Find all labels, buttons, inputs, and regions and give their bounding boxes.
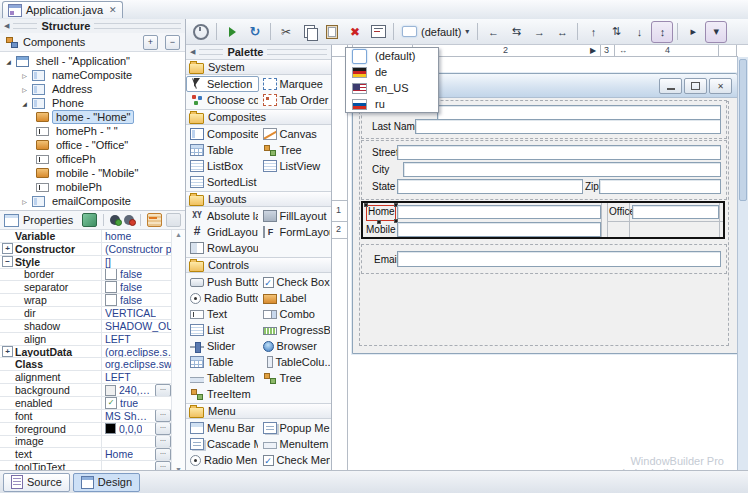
expand-icon[interactable]: +	[2, 346, 13, 357]
last-name-label[interactable]: Last Name	[372, 121, 420, 133]
ellipsis-button[interactable]: ...	[155, 436, 171, 448]
checkbox-unchecked-icon[interactable]	[105, 281, 117, 293]
home-label[interactable]: Home	[368, 206, 395, 218]
paste-button[interactable]	[321, 21, 343, 43]
locale-menu-item-default[interactable]: (default)	[346, 48, 438, 64]
palette-item-formlayout[interactable]: FormLayout	[259, 224, 332, 240]
goto-source-button[interactable]	[221, 21, 243, 43]
horizontal-size-button[interactable]: ▸	[682, 21, 704, 43]
palette-item-check-box[interactable]: Check Box	[259, 274, 332, 290]
tree-item-mobileph[interactable]: mobilePh	[0, 180, 185, 194]
ellipsis-button[interactable]: ...	[155, 423, 171, 435]
office-phone-field[interactable]	[632, 205, 719, 219]
palette-item-tree[interactable]: Tree	[259, 142, 332, 158]
expand-all-button[interactable]: +	[143, 35, 158, 50]
cut-button[interactable]: ✂	[275, 21, 297, 43]
tree-item-shell[interactable]: ◢ shell - "Application"	[0, 54, 185, 68]
property-row-alignment[interactable]: alignment LEFT	[0, 371, 185, 384]
palette-item-marquee[interactable]: Marquee	[259, 76, 332, 92]
locale-menu-item-ru[interactable]: ru	[346, 96, 438, 112]
home-label-selected[interactable]: Home	[366, 205, 396, 221]
copy-button[interactable]	[298, 21, 320, 43]
mobile-label[interactable]: Mobile	[366, 224, 395, 236]
twist-closed-icon[interactable]: ▷	[20, 86, 29, 93]
twist-open-icon[interactable]: ◢	[4, 58, 13, 65]
palette-item-label[interactable]: Label	[259, 290, 332, 306]
selection-handle-nw[interactable]	[364, 203, 368, 207]
minimize-icon[interactable]	[659, 78, 682, 94]
close-icon[interactable]: ✕	[109, 5, 117, 15]
palette-item-popup-menu[interactable]: Popup Menu	[259, 420, 332, 436]
checkbox-unchecked-icon[interactable]	[105, 294, 117, 306]
collapse-left-icon[interactable]: ◀	[190, 48, 195, 56]
palette-item-selection[interactable]: Selection	[186, 76, 259, 92]
property-row-style[interactable]: −Style []	[0, 256, 185, 269]
palette-item-radio-menuitem[interactable]: Radio Men...	[186, 452, 259, 468]
restore-defaults-icon[interactable]	[166, 213, 181, 227]
email-label[interactable]: Email	[374, 254, 399, 266]
property-row-border[interactable]: border false	[0, 269, 185, 282]
property-row-font[interactable]: font MS Shell Dlg 9 ...	[0, 410, 185, 423]
property-row-align[interactable]: align LEFT	[0, 333, 185, 346]
properties-scrollbar[interactable]: ▲ ▼	[171, 230, 185, 474]
state-label[interactable]: State	[372, 181, 395, 193]
tree-item-emailcomposite[interactable]: ▷ emailComposite	[0, 194, 185, 208]
palette-item-table[interactable]: Table	[186, 142, 259, 158]
palette-item-gridlayout[interactable]: GridLayout	[186, 224, 259, 240]
palette-item-listview[interactable]: ListView	[259, 158, 332, 174]
fill-horizontal-button[interactable]: ↔	[551, 21, 573, 43]
palette-item-slider[interactable]: Slider	[186, 338, 259, 354]
twist-closed-icon[interactable]: ▷	[20, 72, 29, 79]
palette-item-list[interactable]: List	[186, 322, 259, 338]
center-vertical-button[interactable]: ⇅	[605, 21, 627, 43]
zip-label[interactable]: Zip	[585, 181, 599, 193]
property-row-separator[interactable]: separator false	[0, 281, 185, 294]
palette-item-check-menuitem[interactable]: Check Men...	[259, 452, 332, 468]
palette-item-radio-button[interactable]: Radio Button	[186, 290, 259, 306]
palette-item-treeitem[interactable]: TreeItem	[186, 386, 259, 402]
vertical-scrollbar[interactable]	[737, 57, 748, 470]
tree-item-home[interactable]: home - "Home"	[0, 110, 185, 124]
test-button[interactable]	[190, 21, 212, 43]
property-row-background[interactable]: background 240,240,240 ...	[0, 384, 185, 397]
tree-item-officeph[interactable]: officePh	[0, 152, 185, 166]
refresh-button[interactable]: ↻	[244, 21, 266, 43]
align-bottom-button[interactable]: ↓	[628, 21, 650, 43]
delete-button[interactable]: ✖	[344, 21, 366, 43]
palette-item-cascade-menu[interactable]: Cascade M...	[186, 436, 259, 452]
scrollbar-thumb[interactable]	[739, 59, 747, 201]
goto-definition-icon[interactable]	[124, 215, 134, 225]
city-field[interactable]	[403, 162, 721, 177]
palette-item-listbox[interactable]: ListBox	[186, 158, 259, 174]
close-icon[interactable]: ✕	[709, 78, 732, 94]
design-canvas[interactable]: ✕ Last Name Street City State Zip	[348, 57, 738, 470]
palette-section-composites[interactable]: Composites	[186, 109, 331, 125]
ellipsis-button[interactable]: ...	[155, 448, 171, 460]
center-horizontal-button[interactable]: ⇆	[505, 21, 527, 43]
align-left-button[interactable]: ←	[482, 21, 504, 43]
align-right-button[interactable]: →	[528, 21, 550, 43]
tree-item-namecomposite[interactable]: ▷ nameComposite	[0, 68, 185, 82]
palette-item-canvas[interactable]: Canvas	[259, 126, 332, 142]
palette-item-menuitem[interactable]: MenuItem	[259, 436, 332, 452]
tree-item-office[interactable]: office - "Office"	[0, 138, 185, 152]
vertical-size-button[interactable]: ▾	[705, 21, 727, 43]
zip-field[interactable]	[599, 179, 721, 194]
property-row-shadow[interactable]: shadow SHADOW_OUT	[0, 320, 185, 333]
preview-window[interactable]: ✕ Last Name Street City State Zip	[352, 73, 738, 354]
palette-item-tablecolumn[interactable]: TableColu...	[259, 354, 332, 370]
palette-section-system[interactable]: System	[186, 59, 331, 75]
locale-menu-item-de[interactable]: de	[346, 64, 438, 80]
ellipsis-button[interactable]: ...	[155, 384, 171, 396]
street-label[interactable]: Street	[372, 147, 399, 159]
home-phone-field[interactable]	[397, 205, 601, 219]
property-row-layoutdata[interactable]: +LayoutData (org.eclipse.swt.layo...	[0, 346, 185, 359]
palette-item-tab-order[interactable]: Tab Order	[259, 92, 332, 108]
palette-item-tableitem[interactable]: TableItem	[186, 370, 259, 386]
collapse-left-icon[interactable]: ◀	[4, 22, 9, 30]
palette-section-controls[interactable]: Controls	[186, 257, 331, 273]
email-composite[interactable]: Email	[361, 244, 727, 274]
show-events-icon[interactable]	[110, 215, 120, 225]
palette-section-layouts[interactable]: Layouts	[186, 191, 331, 207]
maximize-icon[interactable]	[684, 78, 707, 94]
